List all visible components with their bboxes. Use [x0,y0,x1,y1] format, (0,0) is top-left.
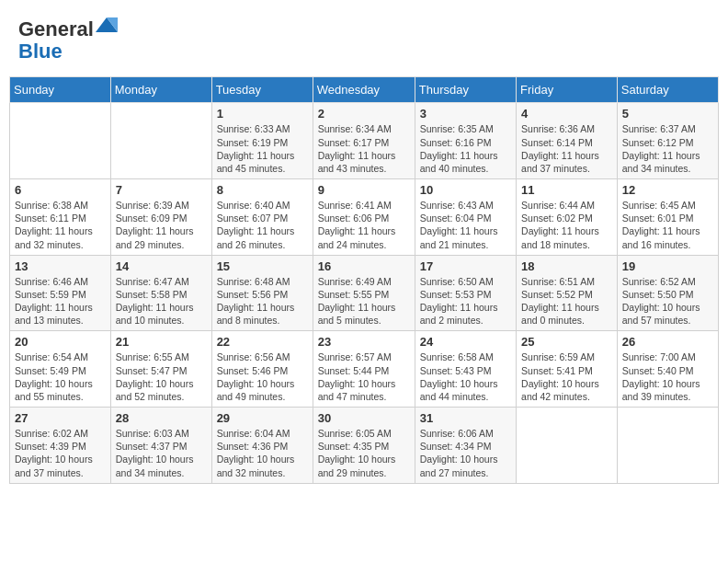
day-number: 3 [420,107,511,121]
day-number: 16 [318,259,410,273]
calendar-week-row: 20Sunrise: 6:54 AMSunset: 5:49 PMDayligh… [10,331,719,408]
calendar-cell [10,103,111,179]
calendar-cell: 26Sunrise: 7:00 AMSunset: 5:40 PMDayligh… [617,331,718,408]
calendar-cell: 22Sunrise: 6:56 AMSunset: 5:46 PMDayligh… [211,331,313,408]
day-number: 31 [420,411,511,425]
day-info: Sunrise: 6:49 AMSunset: 5:55 PMDaylight:… [318,275,410,327]
calendar-cell: 3Sunrise: 6:35 AMSunset: 6:16 PMDaylight… [415,103,516,179]
weekday-header-tuesday: Tuesday [211,77,313,103]
day-info: Sunrise: 6:02 AMSunset: 4:39 PMDaylight:… [15,427,106,479]
logo: General Blue [18,14,118,63]
day-number: 13 [15,259,106,273]
calendar-cell: 14Sunrise: 6:47 AMSunset: 5:58 PMDayligh… [110,255,211,331]
day-number: 24 [420,335,511,349]
calendar-cell: 5Sunrise: 6:37 AMSunset: 6:12 PMDaylight… [617,103,718,179]
calendar-cell [110,103,211,179]
calendar-week-row: 27Sunrise: 6:02 AMSunset: 4:39 PMDayligh… [10,408,719,484]
day-info: Sunrise: 6:57 AMSunset: 5:44 PMDaylight:… [318,350,410,403]
calendar-cell [517,408,618,484]
day-number: 25 [521,335,612,349]
day-info: Sunrise: 6:04 AMSunset: 4:36 PMDaylight:… [217,427,308,479]
page-header: General Blue [9,9,719,67]
calendar-cell: 27Sunrise: 6:02 AMSunset: 4:39 PMDayligh… [10,408,111,484]
day-number: 14 [116,259,207,273]
day-number: 8 [217,183,308,197]
day-number: 30 [318,411,410,425]
day-info: Sunrise: 6:33 AMSunset: 6:19 PMDaylight:… [217,122,308,175]
day-number: 1 [217,107,308,121]
calendar-week-row: 6Sunrise: 6:38 AMSunset: 6:11 PMDaylight… [10,179,719,256]
calendar-cell: 23Sunrise: 6:57 AMSunset: 5:44 PMDayligh… [313,331,415,408]
weekday-header-wednesday: Wednesday [313,77,415,103]
calendar-header-row: SundayMondayTuesdayWednesdayThursdayFrid… [10,77,719,103]
calendar-cell: 30Sunrise: 6:05 AMSunset: 4:35 PMDayligh… [313,408,415,484]
weekday-header-sunday: Sunday [10,77,111,103]
day-info: Sunrise: 6:51 AMSunset: 5:52 PMDaylight:… [521,275,612,327]
day-number: 12 [622,183,713,197]
day-info: Sunrise: 6:06 AMSunset: 4:34 PMDaylight:… [420,427,511,479]
day-number: 26 [622,335,713,349]
day-number: 21 [116,335,207,349]
calendar-cell: 17Sunrise: 6:50 AMSunset: 5:53 PMDayligh… [415,255,516,331]
day-info: Sunrise: 6:35 AMSunset: 6:16 PMDaylight:… [420,122,511,175]
day-number: 18 [521,259,612,273]
day-info: Sunrise: 6:44 AMSunset: 6:02 PMDaylight:… [521,199,612,251]
calendar-cell: 24Sunrise: 6:58 AMSunset: 5:43 PMDayligh… [415,331,516,408]
day-number: 4 [521,107,612,121]
day-number: 5 [622,107,713,121]
day-info: Sunrise: 7:00 AMSunset: 5:40 PMDaylight:… [622,350,713,403]
day-info: Sunrise: 6:36 AMSunset: 6:14 PMDaylight:… [521,122,612,175]
day-number: 23 [318,335,410,349]
calendar-cell: 10Sunrise: 6:43 AMSunset: 6:04 PMDayligh… [415,179,516,256]
calendar-cell: 16Sunrise: 6:49 AMSunset: 5:55 PMDayligh… [313,255,415,331]
calendar-cell: 11Sunrise: 6:44 AMSunset: 6:02 PMDayligh… [517,179,618,256]
calendar-cell: 9Sunrise: 6:41 AMSunset: 6:06 PMDaylight… [313,179,415,256]
day-info: Sunrise: 6:50 AMSunset: 5:53 PMDaylight:… [420,275,511,327]
calendar-table: SundayMondayTuesdayWednesdayThursdayFrid… [9,76,719,483]
day-number: 6 [15,183,106,197]
day-info: Sunrise: 6:56 AMSunset: 5:46 PMDaylight:… [217,350,308,403]
calendar-cell: 6Sunrise: 6:38 AMSunset: 6:11 PMDaylight… [10,179,111,256]
day-info: Sunrise: 6:34 AMSunset: 6:17 PMDaylight:… [318,122,410,175]
day-info: Sunrise: 6:43 AMSunset: 6:04 PMDaylight:… [420,199,511,251]
logo-general: General [18,17,94,40]
weekday-header-friday: Friday [517,77,618,103]
calendar-cell: 7Sunrise: 6:39 AMSunset: 6:09 PMDaylight… [110,179,211,256]
day-info: Sunrise: 6:55 AMSunset: 5:47 PMDaylight:… [116,350,207,403]
day-info: Sunrise: 6:41 AMSunset: 6:06 PMDaylight:… [318,199,410,251]
weekday-header-saturday: Saturday [617,77,718,103]
day-info: Sunrise: 6:39 AMSunset: 6:09 PMDaylight:… [116,199,207,251]
day-number: 22 [217,335,308,349]
calendar-cell: 2Sunrise: 6:34 AMSunset: 6:17 PMDaylight… [313,103,415,179]
day-info: Sunrise: 6:54 AMSunset: 5:49 PMDaylight:… [15,350,106,403]
day-info: Sunrise: 6:03 AMSunset: 4:37 PMDaylight:… [116,427,207,479]
calendar-cell: 20Sunrise: 6:54 AMSunset: 5:49 PMDayligh… [10,331,111,408]
day-info: Sunrise: 6:05 AMSunset: 4:35 PMDaylight:… [318,427,410,479]
day-number: 11 [521,183,612,197]
weekday-header-monday: Monday [110,77,211,103]
day-number: 17 [420,259,511,273]
calendar-week-row: 1Sunrise: 6:33 AMSunset: 6:19 PMDaylight… [10,103,719,179]
calendar-cell: 13Sunrise: 6:46 AMSunset: 5:59 PMDayligh… [10,255,111,331]
day-info: Sunrise: 6:37 AMSunset: 6:12 PMDaylight:… [622,122,713,175]
day-info: Sunrise: 6:48 AMSunset: 5:56 PMDaylight:… [217,275,308,327]
calendar-cell: 18Sunrise: 6:51 AMSunset: 5:52 PMDayligh… [517,255,618,331]
logo-icon [96,14,118,36]
calendar-cell: 12Sunrise: 6:45 AMSunset: 6:01 PMDayligh… [617,179,718,256]
day-info: Sunrise: 6:40 AMSunset: 6:07 PMDaylight:… [217,199,308,251]
day-number: 9 [318,183,410,197]
calendar-cell: 28Sunrise: 6:03 AMSunset: 4:37 PMDayligh… [110,408,211,484]
day-number: 27 [15,411,106,425]
day-number: 28 [116,411,207,425]
logo-blue: Blue [18,40,63,63]
day-info: Sunrise: 6:46 AMSunset: 5:59 PMDaylight:… [15,275,106,327]
day-number: 29 [217,411,308,425]
day-number: 15 [217,259,308,273]
calendar-cell: 1Sunrise: 6:33 AMSunset: 6:19 PMDaylight… [211,103,313,179]
day-info: Sunrise: 6:38 AMSunset: 6:11 PMDaylight:… [15,199,106,251]
calendar-cell: 31Sunrise: 6:06 AMSunset: 4:34 PMDayligh… [415,408,516,484]
calendar-cell [617,408,718,484]
calendar-cell: 8Sunrise: 6:40 AMSunset: 6:07 PMDaylight… [211,179,313,256]
calendar-cell: 21Sunrise: 6:55 AMSunset: 5:47 PMDayligh… [110,331,211,408]
calendar-cell: 4Sunrise: 6:36 AMSunset: 6:14 PMDaylight… [517,103,618,179]
